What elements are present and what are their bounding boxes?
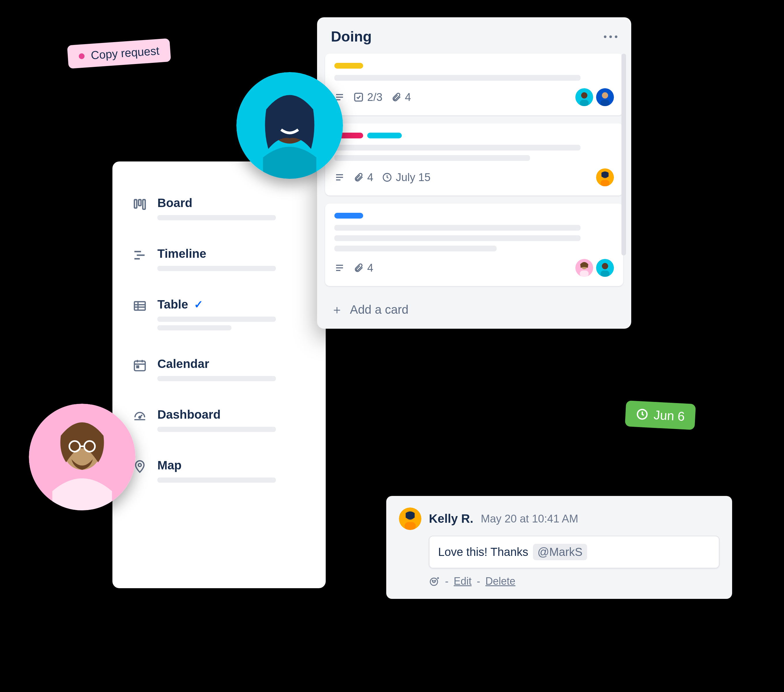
avatar[interactable]	[596, 88, 614, 106]
avatar[interactable]	[399, 507, 422, 530]
svg-point-60	[435, 580, 435, 581]
dashboard-icon	[133, 409, 147, 423]
due-date-badge: July 15	[382, 171, 430, 184]
svg-point-59	[432, 580, 433, 581]
list-doing: Doing 2/3	[317, 17, 631, 329]
card-label-blue[interactable]	[334, 213, 363, 219]
view-label: Table ✓	[157, 298, 306, 311]
description-icon	[334, 263, 345, 273]
views-panel: Board Timeline Table ✓	[112, 161, 326, 588]
avatar[interactable]	[575, 88, 593, 106]
view-label: Timeline	[157, 247, 306, 261]
svg-rect-28	[601, 100, 609, 106]
svg-rect-41	[580, 270, 589, 277]
view-label: Board	[157, 196, 306, 210]
comment-body[interactable]: Love this! Thanks @MarkS	[429, 536, 720, 568]
mention[interactable]: @MarkS	[533, 544, 587, 560]
svg-point-18	[138, 464, 141, 466]
checklist-badge: 2/3	[353, 91, 382, 104]
attachment-badge: 4	[353, 171, 373, 184]
card-label-yellow[interactable]	[334, 63, 363, 69]
svg-rect-6	[134, 302, 145, 310]
svg-rect-25	[580, 100, 589, 106]
svg-rect-35	[601, 180, 609, 186]
plus-icon: ＋	[331, 302, 343, 318]
card[interactable]: 2/3 4	[325, 54, 623, 115]
comment-text: Love this! Thanks	[438, 545, 528, 559]
avatar[interactable]	[596, 259, 614, 277]
svg-point-47	[281, 116, 286, 122]
clock-icon	[636, 408, 649, 421]
add-card-button[interactable]: ＋ Add a card	[325, 294, 623, 321]
edit-link[interactable]: Edit	[454, 575, 471, 587]
svg-rect-57	[405, 522, 416, 530]
view-label: Map	[157, 458, 306, 472]
view-label: Calendar	[157, 357, 306, 371]
board-icon	[133, 197, 147, 212]
description-icon	[334, 172, 345, 183]
comment-timestamp: May 20 at 10:41 AM	[481, 512, 578, 525]
attachment-badge: 4	[353, 262, 373, 274]
attachment-badge: 4	[391, 91, 411, 104]
comment-author[interactable]: Kelly R.	[429, 512, 473, 526]
svg-rect-10	[134, 361, 145, 371]
card[interactable]: 4 July 15	[325, 124, 623, 196]
view-board[interactable]: Board	[133, 196, 306, 224]
view-timeline[interactable]: Timeline	[133, 247, 306, 275]
date-badge[interactable]: Jun 6	[625, 400, 696, 430]
table-icon	[133, 299, 147, 313]
comment: Kelly R. May 20 at 10:41 AM Love this! T…	[386, 496, 732, 599]
svg-point-27	[602, 92, 608, 99]
tag-dot-icon	[79, 53, 85, 59]
list-title[interactable]: Doing	[331, 28, 372, 45]
svg-point-43	[602, 263, 608, 269]
timeline-icon	[133, 248, 147, 262]
tag-label: Copy request	[91, 44, 160, 62]
avatar-large-teal	[236, 72, 343, 179]
calendar-icon	[133, 358, 147, 372]
card[interactable]: 4	[325, 204, 623, 286]
view-label: Dashboard	[157, 408, 306, 422]
view-map[interactable]: Map	[133, 458, 306, 486]
add-reaction-icon[interactable]	[429, 576, 440, 587]
comment-actions: - Edit - Delete	[429, 575, 720, 587]
svg-point-58	[430, 578, 438, 585]
svg-rect-14	[137, 366, 138, 367]
avatar[interactable]	[596, 168, 614, 186]
svg-rect-44	[601, 270, 609, 277]
card-label-teal[interactable]	[367, 133, 402, 138]
check-icon: ✓	[194, 298, 203, 311]
view-calendar[interactable]: Calendar	[133, 357, 306, 385]
view-table[interactable]: Table ✓	[133, 298, 306, 334]
svg-point-24	[581, 92, 587, 99]
svg-rect-1	[138, 199, 141, 206]
date-badge-label: Jun 6	[654, 408, 685, 424]
svg-rect-0	[134, 199, 137, 208]
svg-point-48	[293, 116, 299, 122]
delete-link[interactable]: Delete	[485, 575, 516, 587]
view-dashboard[interactable]: Dashboard	[133, 408, 306, 435]
svg-point-16	[139, 416, 141, 418]
avatar-large-pink	[29, 404, 135, 510]
avatar[interactable]	[575, 259, 593, 277]
svg-rect-2	[143, 199, 145, 209]
tag-copy-request[interactable]: Copy request	[67, 38, 171, 69]
scrollbar[interactable]	[621, 54, 626, 255]
list-menu-icon[interactable]	[604, 35, 618, 38]
